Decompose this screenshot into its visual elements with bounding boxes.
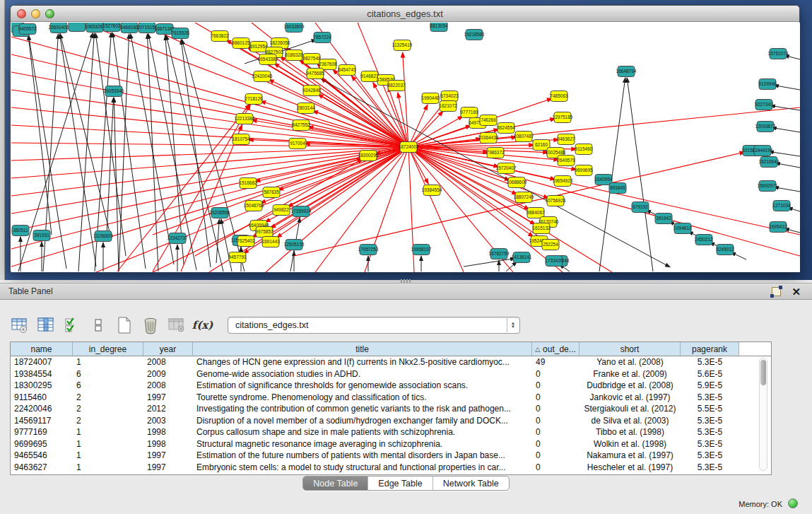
graph-node[interactable]: 9463627 xyxy=(557,134,575,145)
graph-node[interactable]: 9699695 xyxy=(575,165,593,176)
citation-edge[interactable] xyxy=(181,124,242,271)
graph-node[interactable]: 15720407 xyxy=(496,163,517,174)
graph-node[interactable]: 2718126 xyxy=(245,94,263,105)
window-titlebar[interactable]: citations_edges.txt xyxy=(11,6,799,22)
column-header-in_degree[interactable]: in_degree xyxy=(73,342,143,356)
graph-node[interactable]: 8186328 xyxy=(285,50,303,61)
graph-node[interactable]: 391931 xyxy=(33,230,50,241)
graph-node[interactable]: 12505135 xyxy=(284,240,305,250)
table-row[interactable]: 946362711997Embryonic stem cells: a mode… xyxy=(11,462,771,474)
float-panel-icon[interactable] xyxy=(772,287,781,296)
citation-edge[interactable] xyxy=(28,35,52,235)
graph-node[interactable]: 8427552 xyxy=(292,120,310,131)
delete-rows-icon[interactable] xyxy=(141,316,160,335)
new-table-icon[interactable] xyxy=(114,316,134,335)
close-panel-icon[interactable]: ✕ xyxy=(792,285,801,299)
graph-node[interactable]: 16033809 xyxy=(284,23,305,33)
graph-node[interactable]: 9242848 xyxy=(302,86,321,96)
graph-node[interactable]: 11325419 xyxy=(392,40,413,51)
citation-edge[interactable] xyxy=(95,33,126,256)
graph-node[interactable]: 9245012 xyxy=(716,245,734,255)
function-builder-icon[interactable]: f(x) xyxy=(193,316,212,335)
graph-node[interactable]: 17359924 xyxy=(291,206,312,217)
graph-node[interactable]: 9475685 xyxy=(306,69,324,79)
column-header-title[interactable]: title xyxy=(193,342,532,356)
graph-node[interactable]: 19218586 xyxy=(464,30,485,40)
vertical-scrollbar[interactable] xyxy=(759,358,767,471)
citation-edge[interactable] xyxy=(114,98,119,271)
graph-node[interactable]: 18300295 xyxy=(358,151,379,161)
citation-edge[interactable] xyxy=(147,34,158,271)
graph-node[interactable]: 12213384 xyxy=(235,114,255,124)
citation-edge[interactable] xyxy=(11,147,408,214)
citation-edge[interactable] xyxy=(11,37,408,147)
graph-node[interactable]: 20364436 xyxy=(478,133,499,144)
graph-node[interactable]: 3624554 xyxy=(497,123,515,134)
citation-edge[interactable] xyxy=(294,152,745,256)
graph-node[interactable]: 16782759 xyxy=(489,249,510,259)
citation-edge[interactable] xyxy=(60,34,110,235)
graph-node[interactable]: 9146821 xyxy=(360,71,379,82)
graph-node[interactable]: 9227343 xyxy=(755,100,773,110)
select-columns-icon[interactable] xyxy=(62,316,81,335)
citation-edge[interactable] xyxy=(181,40,211,267)
citation-edge[interactable] xyxy=(11,147,408,231)
graph-node[interactable]: 7625402 xyxy=(237,236,255,247)
citation-edge[interactable] xyxy=(408,147,800,256)
graph-node[interactable]: 19654923 xyxy=(553,176,573,187)
graph-node[interactable]: 2450212 xyxy=(695,235,713,245)
graph-node[interactable]: 19384554 xyxy=(422,185,442,196)
tab-edge-table[interactable]: Edge Table xyxy=(368,477,433,490)
graph-node[interactable]: 10807487 xyxy=(514,132,534,142)
graph-node[interactable]: 1516682 xyxy=(239,178,257,189)
graph-node[interactable]: 8822037 xyxy=(387,81,406,91)
citation-edge[interactable] xyxy=(117,104,249,271)
graph-node[interactable]: 1621072 xyxy=(439,101,457,112)
graph-node[interactable]: 12093872 xyxy=(755,122,776,132)
graph-node[interactable]: 9457791 xyxy=(228,252,247,263)
graph-node[interactable]: 7615526 xyxy=(171,28,189,39)
graph-node[interactable]: 8466160 xyxy=(120,23,139,33)
graph-node[interactable]: 16543382 xyxy=(258,54,278,65)
row-options-icon[interactable] xyxy=(88,316,107,335)
column-header-out_degree[interactable]: △out_de... xyxy=(532,342,579,356)
citation-edge[interactable] xyxy=(627,78,653,271)
graph-node[interactable]: 9827548 xyxy=(302,54,321,64)
table-row[interactable]: 1872400712008Changes of HCN gene express… xyxy=(11,356,771,368)
graph-node[interactable]: 20206556 xyxy=(210,208,230,218)
column-header-short[interactable]: short xyxy=(579,342,681,356)
graph-node[interactable]: 252254 xyxy=(542,240,559,250)
table-row[interactable]: 2242004622012Investigating the contribut… xyxy=(11,403,771,415)
tab-node-table[interactable]: Node Table xyxy=(303,477,368,490)
graph-node[interactable]: 10756928 xyxy=(546,196,566,206)
graph-node[interactable]: 16648794 xyxy=(616,66,637,77)
graph-node[interactable]: 1527602 xyxy=(102,23,121,32)
graph-node[interactable]: 1615132 xyxy=(532,223,551,234)
graph-node[interactable]: 19958107 xyxy=(411,245,432,255)
dropdown-stepper-icon[interactable]: ▲▼ xyxy=(507,318,519,332)
table-row[interactable]: 1938455462009Genome-wide association stu… xyxy=(11,368,771,380)
graph-node[interactable]: 9860125 xyxy=(232,38,250,49)
graph-node[interactable]: 9975857 xyxy=(255,227,273,238)
graph-node[interactable]: 9115460 xyxy=(575,144,593,155)
citation-edge[interactable] xyxy=(769,151,800,156)
citation-edge[interactable] xyxy=(774,86,800,90)
table-settings-icon[interactable] xyxy=(10,316,29,335)
graph-node[interactable]: 1094612 xyxy=(673,223,692,234)
table-selector-dropdown[interactable]: citations_edges.txt ▲▼ xyxy=(228,317,520,334)
network-window[interactable]: citations_edges.txt 94055722069140610653… xyxy=(10,5,800,272)
column-header-pagerank[interactable]: pagerank xyxy=(681,342,739,356)
graph-node[interactable]: 1733426 xyxy=(545,256,563,267)
graph-node[interactable]: 1695412 xyxy=(769,222,787,233)
graph-node[interactable]: 15751074 xyxy=(768,49,789,59)
graph-node[interactable]: 7663822 xyxy=(211,31,229,42)
graph-node[interactable]: 12342737 xyxy=(167,233,188,244)
graph-node-hub[interactable]: 18724007 xyxy=(399,142,419,153)
network-svg[interactable]: 9405572206914061065328715276028466160107… xyxy=(11,23,800,272)
graph-node[interactable]: 20691406 xyxy=(49,23,69,33)
graph-node[interactable]: 14136141 xyxy=(512,252,532,263)
scrollbar-thumb[interactable] xyxy=(760,360,766,385)
citation-edge[interactable] xyxy=(18,33,93,271)
graph-node[interactable]: 9129946 xyxy=(758,79,777,90)
graph-node[interactable]: 15046768 xyxy=(244,201,264,211)
